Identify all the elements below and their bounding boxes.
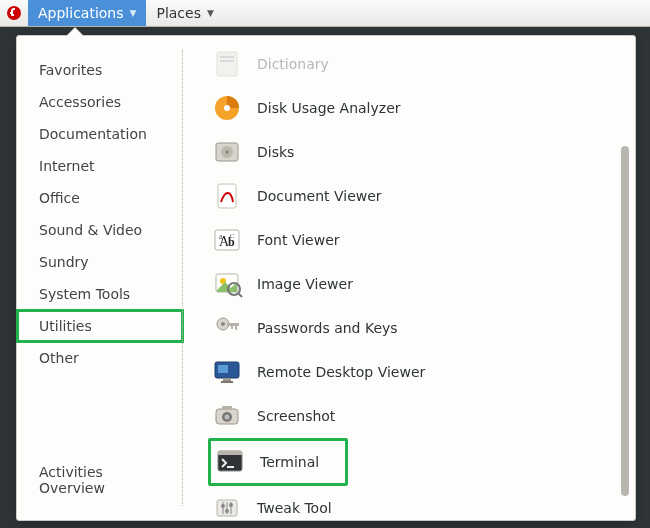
svg-rect-9: [218, 184, 236, 208]
app-item-disk-usage-analyzer[interactable]: Disk Usage Analyzer: [211, 86, 635, 130]
sidebar-item-accessories[interactable]: Accessories: [17, 86, 183, 118]
svg-rect-23: [231, 326, 233, 329]
sidebar-item-label: Sundry: [39, 254, 89, 270]
applications-menu[interactable]: Applications ▼: [28, 0, 146, 26]
places-menu[interactable]: Places ▼: [146, 0, 223, 26]
disks-icon: [211, 136, 243, 168]
sidebar-item-office[interactable]: Office: [17, 182, 183, 214]
app-item-tweak-tool[interactable]: Tweak Tool: [211, 486, 635, 520]
scrollbar-thumb[interactable]: [621, 146, 629, 496]
sidebar-item-documentation[interactable]: Documentation: [17, 118, 183, 150]
applications-label: Applications: [38, 5, 124, 21]
applications-popup: FavoritesAccessoriesDocumentationInterne…: [16, 35, 636, 521]
sidebar-item-label: Other: [39, 350, 79, 366]
font-viewer-icon: AbaC: [211, 224, 243, 256]
svg-point-20: [221, 322, 225, 326]
app-item-remote-desktop-viewer[interactable]: Remote Desktop Viewer: [211, 350, 635, 394]
app-item-label: Document Viewer: [257, 188, 382, 204]
svg-text:a: a: [219, 232, 223, 241]
app-item-label: Terminal: [260, 454, 319, 470]
app-item-label: Disk Usage Analyzer: [257, 100, 401, 116]
svg-rect-25: [218, 365, 228, 373]
sidebar-item-label: Documentation: [39, 126, 147, 142]
activities-overview[interactable]: Activities Overview: [17, 454, 183, 506]
sidebar-item-label: Utilities: [39, 318, 92, 334]
app-item-terminal[interactable]: Terminal: [208, 438, 348, 486]
remote-desktop-icon: [211, 356, 243, 388]
sidebar-item-label: System Tools: [39, 286, 130, 302]
svg-point-31: [225, 415, 230, 420]
sidebar-item-utilities[interactable]: Utilities: [17, 310, 183, 342]
app-item-label: Passwords and Keys: [257, 320, 398, 336]
svg-rect-2: [220, 56, 234, 58]
sidebar-item-label: Office: [39, 190, 80, 206]
screenshot-icon: [211, 400, 243, 432]
app-item-label: Font Viewer: [257, 232, 340, 248]
app-item-screenshot[interactable]: Screenshot: [211, 394, 635, 438]
sidebar-item-other[interactable]: Other: [17, 342, 183, 374]
svg-point-5: [224, 105, 230, 111]
disk-usage-icon: [211, 92, 243, 124]
sidebar-item-label: Sound & Video: [39, 222, 142, 238]
app-item-disks[interactable]: Disks: [211, 130, 635, 174]
sidebar-item-label: Internet: [39, 158, 95, 174]
applications-list: DictionaryDisk Usage AnalyzerDisksDocume…: [183, 36, 635, 520]
sidebar-item-internet[interactable]: Internet: [17, 150, 183, 182]
app-item-document-viewer[interactable]: Document Viewer: [211, 174, 635, 218]
scrollbar[interactable]: [621, 146, 629, 500]
app-item-passwords-and-keys[interactable]: Passwords and Keys: [211, 306, 635, 350]
sidebar-item-system-tools[interactable]: System Tools: [17, 278, 183, 310]
sidebar-item-favorites[interactable]: Favorites: [17, 54, 183, 86]
sidebar-item-label: Favorites: [39, 62, 102, 78]
svg-rect-21: [227, 323, 239, 326]
dictionary-icon: [211, 48, 243, 80]
sidebar-item-label: Accessories: [39, 94, 121, 110]
places-label: Places: [156, 5, 201, 21]
app-item-label: Disks: [257, 144, 294, 160]
passwords-keys-icon: [211, 312, 243, 344]
svg-text:C: C: [230, 232, 235, 240]
image-viewer-icon: [211, 268, 243, 300]
document-viewer-icon: [211, 180, 243, 212]
svg-rect-33: [218, 451, 242, 455]
svg-point-8: [226, 151, 229, 154]
terminal-icon: [214, 446, 246, 478]
svg-rect-22: [235, 326, 237, 330]
app-item-font-viewer[interactable]: AbaCFont Viewer: [211, 218, 635, 262]
svg-rect-3: [220, 60, 234, 62]
distro-logo-icon: [0, 0, 28, 26]
sidebar-item-sound-video[interactable]: Sound & Video: [17, 214, 183, 246]
tweak-tool-icon: [211, 492, 243, 520]
activities-overview-label: Activities Overview: [39, 464, 105, 496]
top-panel: Applications ▼ Places ▼: [0, 0, 650, 27]
svg-rect-27: [221, 381, 233, 383]
chevron-down-icon: ▼: [207, 8, 214, 18]
svg-rect-26: [223, 378, 231, 381]
app-item-label: Remote Desktop Viewer: [257, 364, 425, 380]
app-item-label: Tweak Tool: [257, 500, 332, 516]
svg-rect-1: [217, 52, 237, 76]
chevron-down-icon: ▼: [130, 8, 137, 18]
svg-line-18: [238, 293, 242, 297]
app-item-dictionary[interactable]: Dictionary: [211, 42, 635, 86]
sidebar-item-sundry[interactable]: Sundry: [17, 246, 183, 278]
app-item-label: Screenshot: [257, 408, 335, 424]
app-item-label: Dictionary: [257, 56, 329, 72]
category-sidebar: FavoritesAccessoriesDocumentationInterne…: [17, 36, 183, 520]
app-item-image-viewer[interactable]: Image Viewer: [211, 262, 635, 306]
svg-rect-29: [222, 406, 232, 410]
app-item-label: Image Viewer: [257, 276, 353, 292]
